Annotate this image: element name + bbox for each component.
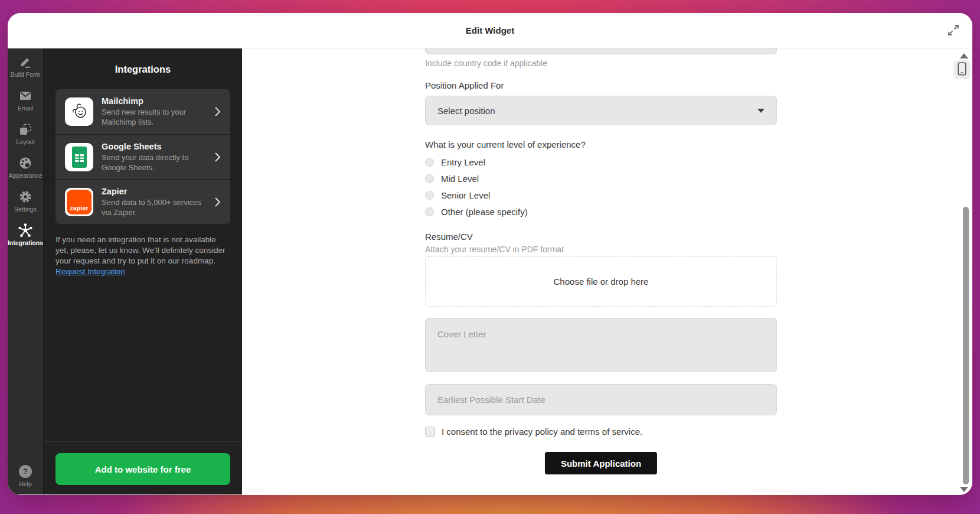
position-select[interactable]: Select position: [425, 96, 777, 125]
mobile-phone-icon: [958, 62, 966, 77]
zapier-icon: zapier: [65, 188, 93, 216]
palette-icon: [18, 155, 32, 171]
radio-option-other[interactable]: Other (please specify): [425, 207, 777, 216]
start-date-input[interactable]: Earliest Possible Start Date: [425, 384, 777, 415]
sidebar-item-integrations[interactable]: Integrations: [8, 223, 44, 250]
radio-button[interactable]: [425, 174, 434, 183]
integration-list: Mailchimp Send new results to your Mailc…: [55, 89, 230, 224]
position-label: Position Applied For: [425, 80, 777, 90]
integration-description: Send new results to your Mailchimp lists…: [102, 108, 203, 128]
request-integration-note: If you need an integration that is not a…: [55, 235, 230, 277]
modal-header: Edit Widget: [8, 13, 972, 48]
sidebar-rail: Build Form Email Layout: [8, 48, 44, 495]
scrollbar-up-arrow[interactable]: [960, 53, 968, 58]
panel-title: Integrations: [44, 64, 242, 75]
pencil-icon: [18, 54, 32, 70]
help-label: Help: [19, 481, 32, 487]
chevron-right-icon: [215, 152, 222, 162]
chevron-down-icon: [757, 109, 765, 113]
note-text: If you need an integration that is not a…: [55, 235, 225, 265]
sidebar-item-label: Email: [18, 105, 33, 112]
layout-frames-icon: [18, 122, 32, 137]
integration-name: Zapier: [102, 187, 215, 196]
consent-row[interactable]: I consent to the privacy policy and term…: [425, 427, 777, 437]
sidebar-item-build-form[interactable]: Build Form: [8, 54, 44, 82]
chevron-right-icon: [215, 107, 222, 116]
widget-preview: Include country code if applicable Posit…: [242, 48, 972, 495]
expand-arrows-icon: [947, 24, 960, 38]
sidebar-item-appearance[interactable]: Appearance: [8, 155, 44, 183]
integration-card-zapier[interactable]: zapier Zapier Send data to 5,000+ servic…: [55, 179, 230, 224]
file-dropzone[interactable]: Choose file or drop here: [425, 256, 777, 307]
mailchimp-monkey-icon: [65, 97, 93, 126]
phone-hint: Include country code if applicable: [425, 58, 777, 68]
cover-letter-textarea[interactable]: Cover Letter: [425, 318, 777, 372]
experience-options: Entry Level Mid Level Senior Level Other…: [425, 157, 777, 216]
integration-description: Send data to 5,000+ services via Zapier.: [102, 198, 203, 218]
envelope-icon: [18, 88, 32, 103]
zapier-logo-text: zapier: [70, 204, 89, 212]
sidebar-item-label: Appearance: [9, 173, 43, 179]
integration-name: Mailchimp: [102, 96, 215, 106]
dropzone-label: Choose file or drop here: [554, 276, 649, 287]
sidebar-item-layout[interactable]: Layout: [8, 122, 44, 149]
position-select-value: Select position: [437, 106, 757, 116]
radio-button[interactable]: [425, 158, 434, 167]
radio-option-mid-level[interactable]: Mid Level: [425, 174, 777, 183]
google-sheets-icon: [65, 143, 93, 171]
integrations-node-icon: [18, 223, 33, 238]
submit-application-button[interactable]: Submit Application: [545, 452, 657, 474]
request-integration-link[interactable]: Request Integration: [55, 267, 125, 276]
expand-button[interactable]: [946, 24, 961, 38]
gear-icon: [18, 189, 32, 204]
consent-label: I consent to the privacy policy and term…: [442, 427, 642, 437]
experience-question: What is your current level of experience…: [425, 139, 777, 149]
sidebar-item-settings[interactable]: Settings: [8, 189, 44, 216]
question-mark-icon: ?: [19, 465, 32, 478]
chevron-right-icon: [215, 197, 222, 207]
resume-label: Resume/CV: [425, 232, 777, 242]
radio-option-entry-level[interactable]: Entry Level: [425, 157, 777, 167]
phone-field-partial[interactable]: [425, 48, 777, 54]
sidebar-item-label: Layout: [16, 139, 35, 145]
radio-button[interactable]: [425, 207, 434, 216]
start-date-placeholder: Earliest Possible Start Date: [437, 395, 545, 405]
edit-widget-modal: Edit Widget Build Form: [8, 13, 972, 495]
scrollbar-down-arrow[interactable]: [960, 487, 968, 492]
add-to-website-button[interactable]: Add to website for free: [55, 453, 230, 485]
help-button[interactable]: ? Help: [19, 465, 32, 487]
integration-card-google-sheets[interactable]: Google Sheets Send your data directly to…: [55, 134, 230, 179]
radio-button[interactable]: [425, 191, 434, 200]
panel-footer: Add to website for free: [44, 441, 242, 495]
resume-hint: Attach your resume/CV in PDF format: [425, 245, 777, 254]
sidebar-item-label: Settings: [14, 206, 37, 213]
sidebar-item-label: Integrations: [8, 240, 43, 246]
mobile-preview-toggle[interactable]: [953, 60, 971, 79]
consent-checkbox[interactable]: [425, 427, 435, 437]
page-title: Edit Widget: [466, 25, 514, 35]
gradient-background: Edit Widget Build Form: [0, 0, 980, 514]
sidebar-item-email[interactable]: Email: [8, 88, 44, 115]
integration-description: Send your data directly to Google Sheets…: [102, 153, 203, 173]
integrations-panel: Integrations: [44, 48, 242, 495]
cover-letter-placeholder: Cover Letter: [437, 329, 486, 339]
integration-card-mailchimp[interactable]: Mailchimp Send new results to your Mailc…: [55, 89, 230, 134]
sidebar-item-label: Build Form: [11, 71, 41, 78]
scrollbar-thumb[interactable]: [963, 207, 969, 484]
radio-option-senior-level[interactable]: Senior Level: [425, 190, 777, 200]
integration-name: Google Sheets: [102, 142, 215, 151]
